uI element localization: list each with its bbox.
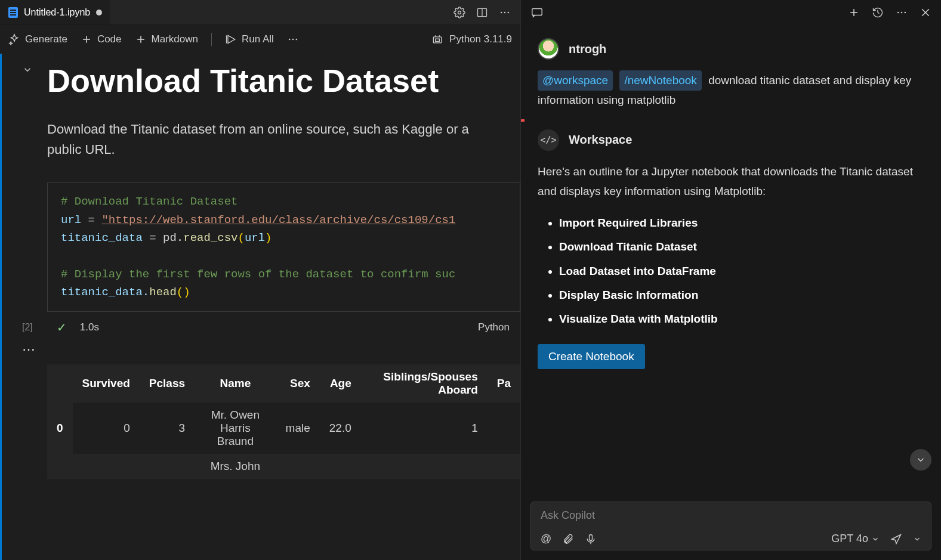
- success-check-icon: ✓: [57, 320, 67, 335]
- svg-point-24: [905, 12, 906, 14]
- svg-point-3: [501, 11, 502, 13]
- toolbar-more-icon[interactable]: [287, 33, 299, 45]
- code-content[interactable]: # Download Titanic Dataset url = "https:…: [48, 183, 520, 311]
- chat-messages: ntrogh @workspace /newNotebook download …: [521, 25, 941, 496]
- table-row: 0 0 3 Mr. Owen Harris Braund male 22.0 1: [47, 403, 520, 454]
- collapse-cell-icon[interactable]: [22, 64, 33, 78]
- add-markdown-button[interactable]: Markdown: [135, 33, 198, 45]
- svg-point-13: [292, 39, 294, 41]
- table-header-row: Survived Pclass Name Sex Age Siblings/Sp…: [47, 364, 520, 403]
- chat-icon[interactable]: [530, 6, 544, 19]
- split-editor-icon[interactable]: [476, 7, 488, 18]
- execution-time: 1.0s: [80, 321, 99, 333]
- workspace-pill[interactable]: @workspace: [538, 70, 613, 91]
- avatar: [538, 38, 559, 60]
- svg-marker-10: [228, 35, 235, 43]
- mic-icon[interactable]: [585, 533, 597, 545]
- code-icon: </>: [538, 129, 559, 151]
- history-icon[interactable]: [872, 7, 884, 18]
- user-prompt: @workspace /newNotebook download titanic…: [538, 70, 924, 110]
- chat-top-bar: [521, 0, 941, 25]
- list-item: Display Basic Information: [559, 285, 924, 305]
- send-icon[interactable]: [890, 533, 902, 545]
- svg-point-4: [504, 11, 506, 13]
- new-chat-icon[interactable]: [848, 7, 860, 18]
- svg-point-14: [295, 39, 297, 41]
- chat-pane: ntrogh @workspace /newNotebook download …: [520, 0, 941, 560]
- markdown-body: Download the Titanic dataset from an onl…: [47, 119, 501, 160]
- assistant-message: Here's an outline for a Jupyter notebook…: [538, 162, 924, 370]
- list-item: Load Dataset into DataFrame: [559, 261, 924, 281]
- assistant-header: </> Workspace: [538, 129, 924, 151]
- svg-rect-27: [590, 534, 593, 540]
- list-item: Import Required Libraries: [559, 213, 924, 233]
- chat-more-icon[interactable]: [896, 7, 908, 18]
- kernel-selector[interactable]: Python 3.11.9: [431, 33, 512, 45]
- mention-icon[interactable]: @: [541, 533, 551, 545]
- svg-rect-19: [532, 9, 542, 16]
- cell-language[interactable]: Python: [478, 321, 510, 333]
- markdown-heading: Download Titanic Dataset: [47, 62, 502, 99]
- editor-pane: Untitled-1.ipynb Generate Code Ma: [0, 0, 520, 560]
- create-notebook-button[interactable]: Create Notebook: [538, 344, 645, 369]
- svg-rect-15: [433, 37, 441, 43]
- run-all-button[interactable]: Run All: [225, 33, 274, 45]
- tab-filename: Untitled-1.ipynb: [24, 7, 90, 18]
- output-table: Survived Pclass Name Sex Age Siblings/Sp…: [47, 364, 520, 479]
- svg-point-12: [289, 39, 291, 41]
- svg-point-23: [901, 12, 903, 14]
- table-row: Mrs. John: [47, 454, 520, 479]
- dirty-dot-icon: [96, 10, 102, 16]
- notebook-body: Download Titanic Dataset Download the Ti…: [0, 54, 520, 560]
- tab-bar: Untitled-1.ipynb: [0, 0, 520, 25]
- notebook-toolbar: Generate Code Markdown Run All Python 3.…: [0, 25, 520, 54]
- file-tab[interactable]: Untitled-1.ipynb: [0, 0, 110, 24]
- send-dropdown-icon[interactable]: [913, 535, 921, 543]
- username: ntrogh: [569, 42, 606, 56]
- svg-point-5: [508, 11, 510, 13]
- gear-icon[interactable]: [453, 7, 465, 18]
- model-selector[interactable]: GPT 4o: [831, 533, 880, 545]
- tab-actions: [444, 7, 520, 18]
- svg-point-0: [458, 11, 461, 14]
- chat-input[interactable]: Ask Copilot @ GPT 4o: [530, 502, 931, 550]
- execution-status-row: [2] ✓ 1.0s Python: [5, 318, 520, 337]
- cell-more-icon[interactable]: ⋯: [5, 337, 520, 362]
- activity-indicator: [521, 119, 525, 122]
- user-header: ntrogh: [538, 38, 924, 60]
- add-code-button[interactable]: Code: [81, 33, 122, 45]
- generate-button[interactable]: Generate: [8, 33, 67, 45]
- close-icon[interactable]: [920, 7, 931, 18]
- notebook-icon: [8, 7, 18, 18]
- chat-placeholder: Ask Copilot: [541, 509, 921, 522]
- svg-point-22: [897, 12, 899, 14]
- markdown-cell[interactable]: Download Titanic Dataset Download the Ti…: [5, 54, 520, 166]
- svg-rect-18: [436, 39, 440, 41]
- more-icon[interactable]: [499, 7, 511, 18]
- attach-icon[interactable]: [562, 533, 574, 545]
- command-pill[interactable]: /newNotebook: [619, 70, 701, 91]
- code-cell[interactable]: # Download Titanic Dataset url = "https:…: [47, 182, 520, 311]
- scroll-down-button[interactable]: [910, 449, 931, 471]
- list-item: Visualize Data with Matplotlib: [559, 309, 924, 329]
- execution-count: [2]: [22, 322, 33, 333]
- list-item: Download Titanic Dataset: [559, 237, 924, 256]
